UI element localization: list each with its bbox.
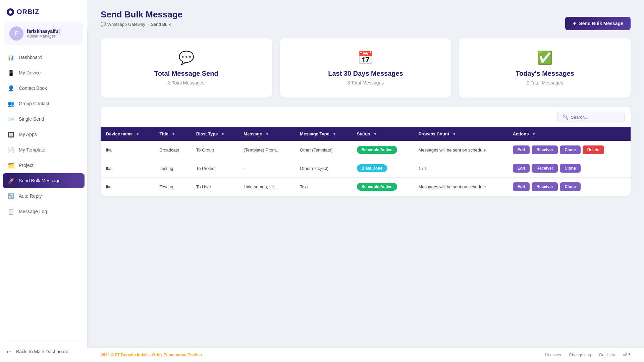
sidebar-item-my-apps[interactable]: 🔲 My Apps: [3, 127, 85, 142]
clone-button-0[interactable]: Clone: [560, 145, 580, 154]
topbar: Send Bulk Message 💬 Whatsapp Gateway › S…: [87, 0, 644, 30]
sidebar-item-label: Group Contact: [19, 101, 49, 106]
back-label: Back To Main Dashboard: [16, 349, 68, 354]
col-device-name: Device name ▼: [101, 127, 154, 141]
main-content: Send Bulk Message 💬 Whatsapp Gateway › S…: [87, 0, 644, 362]
clone-button-1[interactable]: Clone: [560, 164, 580, 173]
whatsapp-icon: 💬: [101, 22, 106, 27]
filter-icon-actions[interactable]: ▼: [532, 132, 536, 136]
cell-message-type-0: Other (Template): [294, 141, 352, 159]
back-to-dashboard[interactable]: ↩ Back To Main Dashboard: [0, 344, 87, 362]
cell-title-1: Testing: [154, 159, 191, 178]
cell-status-1: Blast Done: [352, 159, 413, 178]
sidebar-item-label: Message Log: [19, 209, 47, 214]
sidebar-divider: [5, 341, 82, 341]
filter-icon-message[interactable]: ▼: [265, 132, 269, 136]
filter-icon-blast-type[interactable]: ▼: [221, 132, 225, 136]
content-area: 💬 Total Message Send 3 Total Messages 📅 …: [87, 30, 644, 348]
cell-process-count-2: Messages will be sent on schedule: [413, 178, 507, 196]
edit-button-2[interactable]: Edit: [513, 182, 530, 191]
table-row: lka Broadcast To Group (Template) Prom..…: [101, 141, 631, 159]
sidebar-item-send-bulk-message[interactable]: 🚀 Send Bulk Message: [3, 173, 85, 188]
sidebar-item-auto-reply[interactable]: ↩️ Auto Reply: [3, 189, 85, 203]
my-apps-icon: 🔲: [7, 131, 15, 138]
filter-icon-process-count[interactable]: ▼: [452, 132, 456, 136]
cell-actions-0: Edit Receiver Clone Delete: [507, 141, 631, 159]
footer-licenses[interactable]: Licenses: [545, 353, 561, 357]
nav-menu: 📊 Dashboard 📱 My Device 👤 Contact Book 👥…: [0, 50, 87, 337]
sidebar-item-label: Dashboard: [19, 55, 42, 60]
edit-button-0[interactable]: Edit: [513, 145, 530, 154]
auto-reply-icon: ↩️: [7, 192, 15, 200]
status-badge-2: Schedule Active: [357, 183, 397, 191]
search-box[interactable]: 🔍: [557, 112, 625, 122]
footer-brand: Orbiz Ecommerce Enabler: [152, 353, 202, 357]
sidebar-item-label: My Template: [19, 147, 45, 153]
search-input[interactable]: [571, 115, 620, 120]
cell-message-type-1: Other (Project): [294, 159, 352, 178]
sidebar-item-message-log[interactable]: 📋 Message Log: [3, 204, 85, 219]
footer-left: 2022 © PT Borwita Indah – Orbiz Ecommerc…: [101, 353, 202, 357]
edit-button-1[interactable]: Edit: [513, 164, 530, 173]
sidebar-item-group-contact[interactable]: 👥 Group Contact: [3, 96, 85, 111]
sidebar-item-single-send[interactable]: 📨 Single Send: [3, 112, 85, 126]
col-blast-type: Blast Type ▼: [191, 127, 238, 141]
sidebar: ORBIZ F fariskhasyaiful Admin Manager 📊 …: [0, 0, 87, 362]
sidebar-item-label: Single Send: [19, 116, 44, 122]
table-row: lka Testing To Project - Other (Project)…: [101, 159, 631, 178]
cell-message-2: Halo semua, se...: [238, 178, 294, 196]
filter-icon-title[interactable]: ▼: [172, 132, 175, 136]
sidebar-item-project[interactable]: 🗂️ Project: [3, 158, 85, 173]
last-30-days-icon: 📅: [358, 50, 373, 65]
sidebar-item-label: Contact Book: [19, 85, 47, 91]
message-log-icon: 📋: [7, 208, 15, 215]
total-message-send-sub: 3 Total Messages: [168, 80, 205, 85]
my-device-icon: 📱: [7, 69, 15, 76]
contact-book-icon: 👤: [7, 84, 15, 92]
breadcrumb-parent[interactable]: Whatsapp Gateway: [107, 22, 145, 27]
footer-gethelp[interactable]: Get Help: [599, 353, 615, 357]
today-messages-icon: ✅: [537, 50, 553, 65]
cell-actions-1: Edit Receiver Clone: [507, 159, 631, 178]
back-icon: ↩: [5, 348, 12, 355]
footer-changelog[interactable]: Change Log: [569, 353, 591, 357]
breadcrumb-separator: ›: [147, 22, 149, 27]
sidebar-item-label: Auto Reply: [19, 193, 42, 199]
receiver-button-1[interactable]: Receiver: [532, 164, 558, 173]
sidebar-item-contact-book[interactable]: 👤 Contact Book: [3, 81, 85, 96]
filter-icon-device-name[interactable]: ▼: [136, 132, 140, 136]
sidebar-item-my-template[interactable]: 📄 My Template: [3, 142, 85, 157]
send-bulk-label: Send Bulk Message: [579, 21, 624, 26]
sidebar-item-dashboard[interactable]: 📊 Dashboard: [3, 50, 85, 65]
action-btns-2: Edit Receiver Clone: [513, 182, 625, 191]
send-bulk-button[interactable]: ✈ Send Bulk Message: [565, 17, 631, 30]
sidebar-item-my-device[interactable]: 📱 My Device: [3, 65, 85, 80]
status-badge-0: Schedule Active: [357, 146, 397, 154]
search-icon: 🔍: [562, 114, 568, 120]
single-send-icon: 📨: [7, 115, 15, 123]
filter-icon-message-type[interactable]: ▼: [333, 132, 336, 136]
delete-button-0[interactable]: Delete: [583, 145, 604, 154]
filter-icon-status[interactable]: ▼: [373, 132, 377, 136]
cell-actions-2: Edit Receiver Clone: [507, 178, 631, 196]
receiver-button-0[interactable]: Receiver: [532, 145, 558, 154]
col-title: Title ▼: [154, 127, 191, 141]
clone-button-2[interactable]: Clone: [560, 182, 580, 191]
total-message-send-title: Total Message Send: [154, 70, 218, 77]
action-btns-1: Edit Receiver Clone: [513, 164, 625, 173]
breadcrumb: 💬 Whatsapp Gateway › Send Bulk: [101, 22, 182, 27]
cell-process-count-1: 1 / 1: [413, 159, 507, 178]
cell-title-2: Testing: [154, 178, 191, 196]
user-role: Admin Manager: [27, 34, 60, 39]
group-contact-icon: 👥: [7, 100, 15, 107]
today-messages-sub: 0 Total Messages: [527, 80, 563, 85]
col-message-type: Message Type ▼: [294, 127, 352, 141]
col-actions: Actions ▼: [507, 127, 631, 141]
send-icon: ✈: [573, 21, 577, 26]
table-toolbar: 🔍: [101, 107, 631, 127]
project-icon: 🗂️: [7, 162, 15, 169]
user-info: fariskhasyaiful Admin Manager: [27, 28, 60, 39]
sidebar-item-label: Send Bulk Message: [19, 178, 61, 183]
receiver-button-2[interactable]: Receiver: [532, 182, 558, 191]
cell-process-count-0: Messages will be sent on schedule: [413, 141, 507, 159]
